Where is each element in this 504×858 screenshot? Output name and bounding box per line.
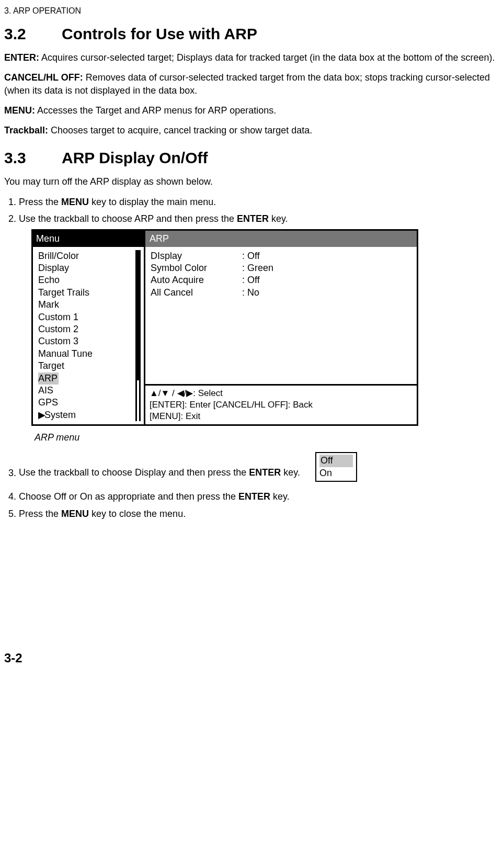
page-number: 3-2 <box>4 651 500 665</box>
step-text: key to display the main menu. <box>89 197 216 207</box>
step-text: Choose Off or On as appropriate and then… <box>19 491 238 502</box>
step-text: Press the <box>19 197 61 207</box>
text-menu: Accesses the Target and ARP menus for AR… <box>35 105 276 116</box>
menu-left-title: Menu <box>33 231 144 246</box>
para-enter: ENTER: Acquires cursor-selected target; … <box>4 51 500 64</box>
section-heading-3-2: 3.2Controls for Use with ARP <box>4 25 500 43</box>
step-text: key to close the menu. <box>89 509 186 519</box>
option-label: Symbol Color <box>151 262 242 274</box>
option-value: : Off <box>242 250 260 262</box>
menu-item-mark[interactable]: Mark <box>38 299 135 311</box>
menu-item-arp[interactable]: ARP <box>38 372 59 385</box>
key-menu: MENU <box>61 197 89 207</box>
menu-item-manual-tune[interactable]: Manual Tune <box>38 348 135 360</box>
option-on[interactable]: On <box>319 468 332 478</box>
section-number: 3.2 <box>4 25 62 43</box>
option-value: : Green <box>242 262 273 274</box>
menu-item-display[interactable]: Display <box>38 262 135 274</box>
key-menu: MENU <box>61 509 89 519</box>
figure-caption: ARP menu <box>35 431 500 444</box>
menu-item-target[interactable]: Target <box>38 360 135 372</box>
menu-items-list: Brill/Color Display Echo Target Trails M… <box>38 250 135 421</box>
display-option-box: Off On <box>315 452 357 482</box>
label-menu: MENU: <box>4 105 35 116</box>
label-cancel: CANCEL/HL OFF: <box>4 72 83 83</box>
step-2: Use the trackball to choose ARP and then… <box>19 212 500 444</box>
submenu-arrow-icon: ▶ <box>38 409 44 421</box>
menu-item-echo[interactable]: Echo <box>38 274 135 286</box>
step-text: Press the <box>19 509 61 519</box>
menu-left-pane: Menu Brill/Color Display Echo Target Tra… <box>33 231 145 424</box>
hint-select: ▲/▼ / ◀/▶: Select <box>150 388 413 399</box>
para-menu: MENU: Accesses the Target and ARP menus … <box>4 104 500 117</box>
menu-footer-hints: ▲/▼ / ◀/▶: Select [ENTER]: Enter [CANCEL… <box>145 384 417 424</box>
step-5: Press the MENU key to close the menu. <box>19 507 500 520</box>
step-text: key. <box>270 491 290 502</box>
menu-item-system[interactable]: ▶System <box>38 409 135 421</box>
option-auto-acquire[interactable]: Auto Acquire : Off <box>151 274 411 286</box>
menu-item-custom-2[interactable]: Custom 2 <box>38 323 135 335</box>
option-off[interactable]: Off <box>319 455 353 467</box>
text-enter: Acquires cursor-selected target; Display… <box>39 52 495 63</box>
step-1: Press the MENU key to display the main m… <box>19 196 500 208</box>
step-text: Use the trackball to choose ARP and then… <box>19 213 237 224</box>
menu-left-body: Brill/Color Display Echo Target Trails M… <box>33 247 144 424</box>
para-intro-33: You may turn off the ARP display as show… <box>4 175 500 188</box>
menu-right-title: ARP <box>145 231 417 246</box>
section-heading-3-3: 3.3ARP Display On/Off <box>4 149 500 167</box>
label-enter: ENTER: <box>4 52 39 63</box>
option-symbol-color[interactable]: Symbol Color : Green <box>151 262 411 274</box>
menu-right-pane: ARP DIsplay : Off Symbol Color : Green A… <box>145 231 417 424</box>
option-label: DIsplay <box>151 250 242 262</box>
menu-item-label: System <box>44 410 76 420</box>
hint-exit: [MENU]: Exit <box>150 411 413 422</box>
step-4: Choose Off or On as appropriate and then… <box>19 490 500 503</box>
menu-item-brill-color[interactable]: Brill/Color <box>38 250 135 262</box>
arp-options-body: DIsplay : Off Symbol Color : Green Auto … <box>145 247 417 384</box>
step-3: Use the trackball to choose Display and … <box>19 449 500 486</box>
step-text: Use the trackball to choose Display and … <box>19 468 249 478</box>
menu-item-custom-1[interactable]: Custom 1 <box>38 311 135 323</box>
section-title: Controls for Use with ARP <box>62 25 257 42</box>
menu-item-custom-3[interactable]: Custom 3 <box>38 335 135 347</box>
option-display[interactable]: DIsplay : Off <box>151 250 411 262</box>
hint-enter-back: [ENTER]: Enter [CANCEL/HL OFF]: Back <box>150 399 413 411</box>
option-label: All Cancel <box>151 287 242 299</box>
option-label: Auto Acquire <box>151 274 242 286</box>
step-text: key. <box>281 468 300 478</box>
key-enter: ENTER <box>249 468 281 478</box>
label-trackball: Trackball: <box>4 125 48 136</box>
arp-menu-figure: Menu Brill/Color Display Echo Target Tra… <box>31 229 418 426</box>
option-value: : Off <box>242 274 260 286</box>
para-trackball: Trackball: Chooses target to acquire, ca… <box>4 124 500 137</box>
menu-item-target-trails[interactable]: Target Trails <box>38 287 135 299</box>
para-cancel: CANCEL/HL OFF: Removes data of cursor-se… <box>4 71 500 97</box>
menu-item-ais[interactable]: AIS <box>38 385 135 397</box>
section-number: 3.3 <box>4 149 62 167</box>
key-enter: ENTER <box>238 491 270 502</box>
procedure-list: Press the MENU key to display the main m… <box>4 196 500 520</box>
scrollbar-thumb[interactable] <box>137 250 139 380</box>
text-trackball: Chooses target to acquire, cancel tracki… <box>48 125 312 136</box>
key-enter: ENTER <box>237 213 269 224</box>
page-header: 3. ARP OPERATION <box>4 6 500 16</box>
section-title: ARP Display On/Off <box>62 149 208 166</box>
scrollbar[interactable] <box>135 250 141 421</box>
step-text: key. <box>269 213 288 224</box>
menu-item-gps[interactable]: GPS <box>38 397 135 409</box>
option-value: : No <box>242 287 259 299</box>
option-all-cancel[interactable]: All Cancel : No <box>151 287 411 299</box>
